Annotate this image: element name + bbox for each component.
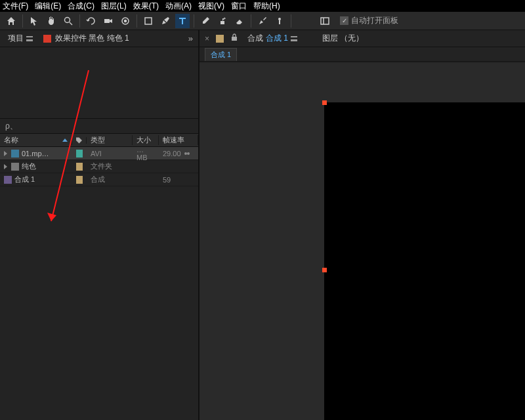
menu-composition[interactable]: 合成(C) xyxy=(68,1,94,12)
label-swatch-icon xyxy=(216,35,224,43)
svg-rect-6 xyxy=(220,21,224,24)
composition-viewer-panel: × 合成 合成 1 图层 （无） 合成 1 a xyxy=(200,30,525,420)
pen-tool-icon[interactable] xyxy=(158,14,173,28)
project-panel: 项目 效果控件 黑色 纯色 1 » ρ、 名称 类型 大小 帧速率 01.mp…… xyxy=(0,30,200,420)
svg-point-4 xyxy=(125,20,127,22)
tab-composition-viewer[interactable]: 合成 合成 1 xyxy=(245,32,300,45)
disclosure-icon xyxy=(4,164,7,169)
col-type[interactable]: 类型 xyxy=(87,135,133,145)
svg-rect-15 xyxy=(232,37,237,41)
col-name[interactable]: 名称 xyxy=(0,135,72,145)
panel-menu-icon[interactable] xyxy=(26,36,33,41)
pan-behind-tool-icon[interactable] xyxy=(118,14,133,28)
camera-tool-icon[interactable] xyxy=(101,14,116,28)
label-swatch-icon xyxy=(76,163,83,171)
puppet-pin-tool-icon[interactable] xyxy=(272,14,287,28)
zoom-tool-icon[interactable] xyxy=(61,14,75,28)
project-columns-header: 名称 类型 大小 帧速率 xyxy=(0,134,198,147)
tab-effect-controls[interactable]: 效果控件 黑色 纯色 1 xyxy=(41,32,132,45)
rectangle-tool-icon[interactable] xyxy=(141,14,156,28)
svg-rect-2 xyxy=(104,19,110,23)
menu-effect[interactable]: 效果(T) xyxy=(133,1,159,12)
composition-icon xyxy=(4,176,12,184)
tab-project-label: 项目 xyxy=(8,33,24,44)
col-size[interactable]: 大小 xyxy=(133,135,159,145)
col-label[interactable] xyxy=(72,137,87,144)
menu-window[interactable]: 窗口 xyxy=(231,1,247,12)
viewer-canvas-area[interactable]: a xyxy=(200,63,525,420)
composition-canvas[interactable]: a xyxy=(324,102,525,420)
label-swatch-icon xyxy=(76,176,83,184)
type-tool-icon[interactable] xyxy=(175,14,190,28)
color-swatch-icon xyxy=(43,35,51,43)
folder-icon xyxy=(11,163,19,171)
linked-icon xyxy=(184,150,190,157)
svg-point-11 xyxy=(184,152,187,155)
comp-prefix-label: 合成 xyxy=(247,33,263,44)
selection-handle[interactable] xyxy=(322,268,327,272)
layer-viewer-label: 图层 （无） xyxy=(322,33,364,44)
tab-layer-viewer[interactable]: 图层 （无） xyxy=(320,32,366,45)
viewer-close-icon[interactable]: × xyxy=(205,34,209,43)
panel-toggle-icon[interactable] xyxy=(318,14,332,28)
disclosure-icon xyxy=(4,151,7,156)
project-search[interactable]: ρ、 xyxy=(0,118,198,134)
video-file-icon xyxy=(11,150,19,158)
project-item-folder[interactable]: 纯色 文件夹 xyxy=(0,160,198,173)
svg-rect-5 xyxy=(145,18,152,24)
selection-tool-icon[interactable] xyxy=(27,14,41,28)
menu-animation[interactable]: 动画(A) xyxy=(165,1,192,12)
subtab-composition[interactable]: 合成 1 xyxy=(205,48,237,61)
clone-stamp-tool-icon[interactable] xyxy=(215,14,230,28)
svg-point-7 xyxy=(278,18,281,20)
checkbox-icon: ✓ xyxy=(340,16,348,25)
svg-rect-8 xyxy=(279,20,280,24)
project-item-video[interactable]: 01.mp… AVI … MB 29.00 xyxy=(0,147,198,160)
col-framerate[interactable]: 帧速率 xyxy=(159,135,198,145)
svg-point-12 xyxy=(187,152,190,155)
label-swatch-icon xyxy=(76,150,83,158)
hand-tool-icon[interactable] xyxy=(44,14,58,28)
sort-asc-icon xyxy=(62,138,68,142)
tab-project[interactable]: 项目 xyxy=(5,32,35,45)
menu-layer[interactable]: 图层(L) xyxy=(101,1,127,12)
project-item-composition[interactable]: 合成 1 合成 59 xyxy=(0,173,198,186)
selection-handle[interactable] xyxy=(322,100,327,105)
orbit-tool-icon[interactable] xyxy=(84,14,98,28)
auto-open-panel-label: 自动打开面板 xyxy=(351,15,398,26)
tab-effect-controls-label: 效果控件 黑色 纯色 1 xyxy=(55,33,129,44)
brush-tool-icon[interactable] xyxy=(198,14,213,28)
home-icon[interactable] xyxy=(4,14,18,28)
project-items: 01.mp… AVI … MB 29.00 纯色 文件夹 合成 1 合成 59 xyxy=(0,147,198,186)
overflow-icon[interactable]: » xyxy=(188,33,193,43)
menu-help[interactable]: 帮助(H) xyxy=(253,1,280,12)
menu-edit[interactable]: 编辑(E) xyxy=(35,1,61,12)
menu-view[interactable]: 视图(V) xyxy=(198,1,224,12)
lock-icon[interactable] xyxy=(230,33,238,43)
panel-menu-icon[interactable] xyxy=(291,36,297,41)
menu-file[interactable]: 文件(F) xyxy=(3,1,28,12)
svg-marker-14 xyxy=(47,213,56,221)
project-preview-area xyxy=(0,47,198,118)
auto-open-panel-checkbox[interactable]: ✓ 自动打开面板 xyxy=(340,15,398,26)
svg-point-0 xyxy=(65,17,70,22)
comp-name-label: 合成 1 xyxy=(266,33,288,44)
search-icon: ρ、 xyxy=(5,121,18,132)
svg-rect-9 xyxy=(321,18,329,24)
toolbar: ✓ 自动打开面板 xyxy=(0,12,525,30)
roto-brush-tool-icon[interactable] xyxy=(255,14,270,28)
menu-bar: 文件(F) 编辑(E) 合成(C) 图层(L) 效果(T) 动画(A) 视图(V… xyxy=(0,0,525,12)
eraser-tool-icon[interactable] xyxy=(232,14,247,28)
svg-line-1 xyxy=(70,22,72,25)
